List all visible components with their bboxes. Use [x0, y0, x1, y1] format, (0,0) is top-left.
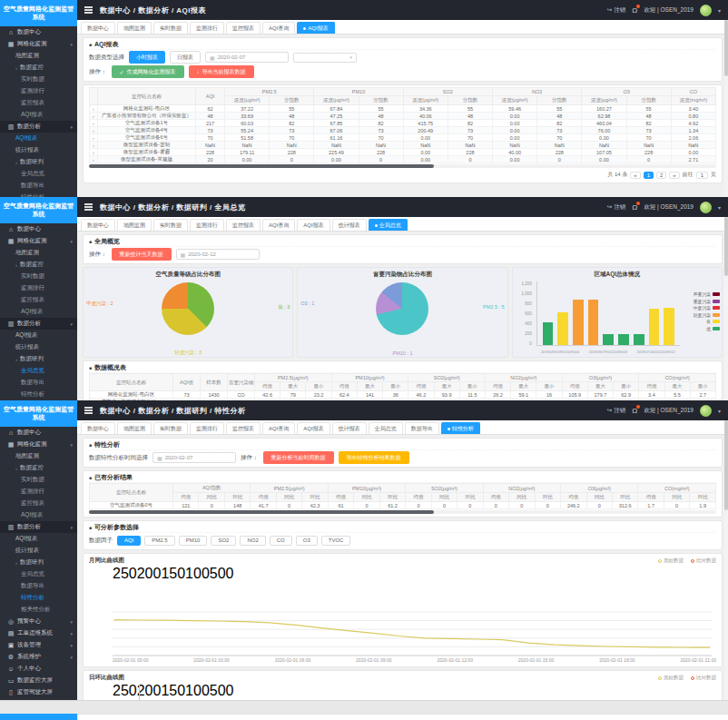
tab-监测排行[interactable]: 监测排行 — [190, 22, 224, 34]
sidebar-item-全局总览[interactable]: 全局总览 — [0, 168, 77, 180]
tab-监测排行[interactable]: 监测排行 — [190, 422, 224, 434]
sidebar-item-地图监测[interactable]: 地图监测 — [0, 247, 77, 259]
tab-监控报表[interactable]: 监控报表 — [226, 219, 261, 231]
tab-实时数据[interactable]: 实时数据 — [153, 422, 188, 434]
expand-row-icon[interactable]: › — [90, 113, 98, 120]
export-analysis-button[interactable]: 导出特性分析结果数据 — [339, 451, 409, 464]
bell-icon[interactable]: Ω — [632, 6, 637, 15]
sidebar-item-数据研判[interactable]: ›数据研判 — [0, 557, 77, 568]
menu-toggle-icon[interactable] — [84, 406, 93, 416]
sidebar-item-监控报表[interactable]: 监控报表 — [0, 294, 77, 306]
sidebar-item-预警中心[interactable]: ◎预警中心▾ — [0, 616, 77, 627]
factor-AQI[interactable]: AQI — [117, 536, 141, 546]
sidebar-item-相关性分析[interactable]: 相关性分析 — [0, 604, 77, 616]
sidebar-item-工单运维系统[interactable]: ▤工单运维系统▾ — [0, 627, 77, 639]
sidebar-item-数据监控[interactable]: ›数据监控 — [0, 462, 77, 474]
sidebar-item-监测排行[interactable]: 监测排行 — [0, 85, 77, 97]
tab-全局总览[interactable]: 全局总览 — [369, 219, 408, 231]
sidebar-item-数据分析[interactable]: ▥数据分析▾ — [0, 521, 77, 533]
factor-SO2[interactable]: SO2 — [211, 536, 236, 546]
menu-toggle-icon[interactable] — [84, 202, 93, 212]
avatar[interactable] — [700, 405, 712, 417]
sidebar-item-全局总览[interactable]: 全局总览 — [0, 365, 77, 377]
sidebar-item-数据研判[interactable]: ›数据研判 — [0, 156, 77, 168]
sidebar-item-AQI报表[interactable]: AQI报表 — [0, 533, 77, 545]
sidebar-item-实时数据[interactable]: 实时数据 — [0, 474, 77, 486]
logout-button[interactable]: ↪注销 — [607, 6, 625, 15]
sidebar-item-监测排行[interactable]: 监测排行 — [0, 486, 77, 498]
bell-icon[interactable]: Ω — [632, 407, 637, 415]
tab-AQI报表[interactable]: AQI报表 — [297, 219, 330, 231]
generate-report-button[interactable]: ✓生成网格化监测报表 — [112, 65, 184, 78]
table-row[interactable]: 空气监测试设备0号121014841.7042.361061.200000024… — [90, 502, 716, 509]
sidebar-item-数据中心[interactable]: ⌂数据中心 — [0, 223, 77, 235]
tab-数据中心[interactable]: 数据中心 — [81, 219, 115, 231]
goto-page-input[interactable]: 1 — [696, 172, 708, 179]
sidebar-item-AQI报表[interactable]: AQI报表 — [0, 306, 77, 318]
tab-地图监测[interactable]: 地图监测 — [117, 422, 152, 434]
expand-row-icon[interactable]: › — [90, 105, 98, 113]
chevron-down-icon[interactable]: ▾ — [718, 408, 721, 414]
table-row[interactable]: ›微型监测试设备-定制NaNNaNNaNNaNNaNNaNNaNNaNNaNNa… — [90, 142, 716, 149]
sidebar-item-地图监测[interactable]: 地图监测 — [0, 450, 77, 462]
factor-TVOC[interactable]: TVOC — [321, 536, 351, 546]
expand-row-icon[interactable]: › — [90, 134, 98, 142]
sidebar-item-全局总览[interactable]: 全局总览 — [0, 568, 77, 580]
scrollbar-vertical[interactable] — [724, 217, 728, 400]
date-input[interactable]: ▦2020-02-07 — [152, 452, 236, 463]
scrollbar-vertical[interactable] — [724, 420, 728, 700]
scrollbar-horizontal[interactable] — [89, 510, 716, 514]
sidebar-item-特性分析[interactable]: 特性分析 — [0, 389, 77, 400]
sidebar-item-统计报表[interactable]: 统计报表 — [0, 545, 77, 557]
hour-report-button[interactable]: 小时报表 — [129, 51, 165, 64]
factor-PM10[interactable]: PM10 — [179, 536, 208, 546]
recalculate-button[interactable]: 重新统计当天数据 — [112, 248, 172, 261]
logout-button[interactable]: ↪注销 — [607, 203, 625, 212]
page-button-2[interactable]: 2 — [656, 172, 666, 179]
sidebar-item-系统维护[interactable]: ⚙系统维护▾ — [0, 651, 77, 663]
tab-地图监测[interactable]: 地图监测 — [117, 22, 152, 34]
sidebar-item-数据导出[interactable]: 数据导出 — [0, 580, 77, 592]
sidebar-item-统计报表[interactable]: 统计报表 — [0, 341, 77, 353]
sidebar-item-数据中心[interactable]: ⌂数据中心 — [0, 427, 77, 439]
tab-数据中心[interactable]: 数据中心 — [81, 22, 115, 34]
factor-O3[interactable]: O3 — [296, 536, 318, 546]
logout-button[interactable]: ↪注销 — [607, 407, 625, 415]
sidebar-item-监控报表[interactable]: 监控报表 — [0, 498, 77, 509]
sidebar-item-监控报表[interactable]: 监控报表 — [0, 97, 77, 109]
tab-监控报表[interactable]: 监控报表 — [226, 422, 261, 434]
tab-AQI查询[interactable]: AQI查询 — [262, 22, 295, 34]
table-row[interactable]: ›微型监测试设备-雾霾228179.11228225.492280.002284… — [90, 149, 716, 156]
sidebar-item-数据导出[interactable]: 数据导出 — [0, 180, 77, 192]
menu-toggle-icon[interactable] — [84, 5, 93, 15]
sidebar-item-实时数据[interactable]: 实时数据 — [0, 74, 77, 85]
sidebar-item-数据分析[interactable]: ▥数据分析▾ — [0, 318, 77, 330]
sidebar-item-统计报表[interactable]: 统计报表 — [0, 144, 77, 156]
sidebar-item-AQI报表[interactable]: AQI报表 — [0, 509, 77, 521]
prev-page-button[interactable]: « — [630, 172, 640, 179]
reanalyze-button[interactable]: 重新分析当前时间数据 — [263, 451, 334, 464]
sidebar-item-数据监控[interactable]: ›数据监控 — [0, 259, 77, 271]
date-input[interactable]: ▦2020-02-07 — [205, 52, 289, 63]
tab-AQI查询[interactable]: AQI查询 — [262, 422, 295, 434]
avatar[interactable] — [700, 5, 712, 16]
sidebar-item-数据中心[interactable]: ⌂数据中心 — [0, 26, 77, 38]
scrollbar-vertical[interactable] — [724, 20, 728, 197]
sidebar-item-数据监控大屏[interactable]: ▭数据监控大屏 — [0, 675, 77, 686]
tab-实时数据[interactable]: 实时数据 — [153, 22, 188, 34]
sidebar-item-网格化监测[interactable]: ▦网格化监测▾ — [0, 38, 77, 50]
tab-数据中心[interactable]: 数据中心 — [81, 422, 115, 434]
export-report-button[interactable]: ↓导出当前报表数据 — [189, 65, 254, 78]
table-row[interactable]: ›空气监测试设备4号7355.247367.0673200.49730.0073… — [90, 127, 716, 134]
sidebar-item-数据分析[interactable]: ▥数据分析▾ — [0, 121, 77, 133]
chevron-down-icon[interactable]: ▾ — [718, 7, 721, 14]
expand-row-icon[interactable]: › — [90, 127, 98, 134]
sidebar-item-数据研判[interactable]: ›数据研判 — [0, 353, 77, 365]
sidebar-item-特性分析[interactable]: 特性分析 — [0, 592, 77, 604]
sidebar-item-网格化监测[interactable]: ▦网格化监测▾ — [0, 439, 77, 450]
sidebar-item-AQI报表[interactable]: AQI报表 — [0, 133, 77, 144]
tab-特性分析[interactable]: 特性分析 — [441, 422, 480, 434]
tab-全局总览[interactable]: 全局总览 — [369, 422, 403, 434]
expand-row-icon[interactable]: › — [90, 149, 98, 156]
sidebar-item-数据监控[interactable]: ›数据监控 — [0, 62, 77, 74]
